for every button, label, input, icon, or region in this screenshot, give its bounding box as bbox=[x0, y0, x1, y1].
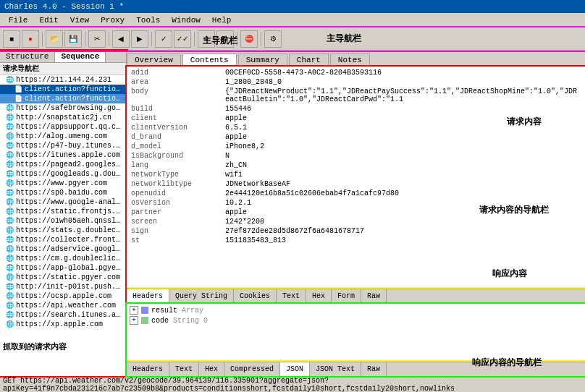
list-item[interactable]: 🌐https://sp0.baidu.com bbox=[0, 188, 126, 197]
resp-nav-annotation: 响应内容的导航栏 bbox=[472, 357, 542, 369]
menu-view[interactable]: View bbox=[64, 14, 95, 26]
list-item[interactable]: 🌐https://app-global.pgyer.com bbox=[0, 263, 126, 273]
toolbar-sep-5 bbox=[194, 32, 195, 46]
record-button[interactable]: ● bbox=[22, 30, 39, 48]
req-tab-headers[interactable]: Headers bbox=[127, 289, 169, 302]
toolbar-sep-7 bbox=[261, 32, 261, 46]
settings-button[interactable]: ⚙ bbox=[264, 30, 282, 48]
resp-tab-headers[interactable]: Headers bbox=[127, 362, 169, 376]
list-item[interactable]: 🌐http://init-p01st.push.apple.com bbox=[0, 282, 126, 291]
req-tab-text[interactable]: Text bbox=[277, 289, 306, 302]
menu-window[interactable]: Window bbox=[166, 14, 206, 26]
list-item[interactable]: 🌐https://stats.g.doubleclick.net bbox=[0, 226, 126, 235]
table-row: sign27ef872dee28d5d8672f6a6481678717 bbox=[128, 226, 584, 236]
tab-notes[interactable]: Notes bbox=[330, 54, 370, 66]
list-item[interactable]: 🌐https://www.google-analytics.com bbox=[0, 197, 126, 207]
list-item[interactable]: 🌐https://safebrowsing.googleapis.com bbox=[0, 103, 126, 113]
list-item[interactable]: 🌐http://snapstatic2j.cn bbox=[0, 113, 126, 122]
menu-proxy[interactable]: Proxy bbox=[95, 14, 130, 26]
list-item[interactable]: 📄client.action?functionId=switchQu bbox=[0, 85, 126, 94]
left-tab-label: 请求导航栏 bbox=[0, 63, 126, 75]
open-button[interactable]: 📂 bbox=[46, 30, 63, 48]
list-item[interactable]: 🌐https://api.weather.com bbox=[0, 301, 126, 310]
url-list[interactable]: 🌐https://211.144.24.231📄client.action?fu… bbox=[0, 75, 126, 376]
list-item[interactable]: 🌐http://alog.umeng.com bbox=[0, 132, 126, 141]
response-content: +resultArray+codeString 0 bbox=[127, 304, 585, 362]
left-tabs: Structure Sequence bbox=[0, 51, 126, 63]
response-key: result bbox=[151, 307, 177, 315]
list-item[interactable]: 🌐https://appsupport.qq.com bbox=[0, 122, 126, 132]
tab-sequence[interactable]: Sequence bbox=[55, 51, 106, 62]
right-top-tabs: Overview Contents Summary Chart Notes bbox=[127, 51, 585, 67]
list-item[interactable]: 🌐https://p47-buy.itunes.apple.com bbox=[0, 141, 126, 150]
stop-button[interactable]: ■ bbox=[3, 30, 20, 48]
expand-icon[interactable]: + bbox=[130, 316, 138, 325]
table-row: body{"JDReactNewProduct":"1.1","JDReactP… bbox=[128, 87, 584, 104]
resp-tab-json[interactable]: JSON bbox=[280, 362, 310, 376]
list-item[interactable]: 🌐https://ocsp.apple.com bbox=[0, 291, 126, 301]
resp-tab-hex[interactable]: Hex bbox=[199, 362, 224, 376]
table-row: isBackgroundN bbox=[128, 151, 584, 161]
resp-tab-json-text[interactable]: JSON Text bbox=[310, 362, 361, 376]
list-item[interactable]: 🌐https://211.144.24.231 bbox=[0, 75, 126, 85]
req-nav-annotation: 请求内容的导航栏 bbox=[479, 204, 549, 216]
status-bar: GET https://api.weather.com/v2/geocode/3… bbox=[0, 376, 585, 392]
list-item[interactable]: 🌐https://www.pgyer.com bbox=[0, 179, 126, 188]
list-item[interactable]: 🌐https://search.itunes.apple.com bbox=[0, 310, 126, 320]
list-item[interactable]: 🌐https://static.pgyer.com bbox=[0, 273, 126, 282]
clear-button[interactable]: ✂ bbox=[88, 30, 106, 48]
menu-file[interactable]: File bbox=[3, 14, 33, 26]
list-item[interactable]: 🌐https://o1wh05aeh.qnssl.com bbox=[0, 216, 126, 226]
list-item[interactable]: 🌐https://static.frontjs.com bbox=[0, 207, 126, 216]
back-button[interactable]: ◀ bbox=[112, 30, 130, 48]
resp-tab-compressed[interactable]: Compressed bbox=[224, 362, 280, 376]
tab-contents[interactable]: Contents bbox=[182, 54, 237, 66]
tab-overview[interactable]: Overview bbox=[127, 54, 181, 66]
forward-button[interactable]: ▶ bbox=[131, 30, 148, 48]
req-tab-query[interactable]: Query String bbox=[169, 289, 234, 302]
response-row: +codeString 0 bbox=[130, 315, 582, 325]
table-row: langzh_CN bbox=[128, 161, 584, 170]
tab-summary[interactable]: Summary bbox=[238, 54, 287, 66]
request-content-table: adid00CEF0CD-5558-4473-A0C2-8204B3593116… bbox=[127, 67, 585, 289]
tick-button[interactable]: ✓ bbox=[155, 30, 172, 48]
tick-all-button[interactable]: ✓✓ bbox=[174, 30, 191, 48]
tab-chart[interactable]: Chart bbox=[289, 54, 329, 66]
list-item[interactable]: 🌐https://itunes.apple.com bbox=[0, 150, 126, 160]
table-row: area1_2800_2848_0 bbox=[128, 77, 584, 87]
req-tab-raw[interactable]: Raw bbox=[361, 289, 387, 302]
response-key: code bbox=[151, 317, 169, 325]
list-item[interactable]: 🌐https://pagead2.googlesyndication.c bbox=[0, 160, 126, 169]
list-item[interactable]: 🌐https://cm.g.doubleclick.net bbox=[0, 254, 126, 263]
table-row: networklibtypeJDNetworkBaseAF bbox=[128, 179, 584, 189]
list-item[interactable]: 🌐https://collecter.frontjs.com bbox=[0, 235, 126, 244]
menu-tools[interactable]: Tools bbox=[130, 14, 166, 26]
toolbar-sep-4 bbox=[151, 32, 152, 46]
tab-structure[interactable]: Structure bbox=[0, 51, 55, 62]
list-item[interactable]: 🌐https://adservice.google.com.hk bbox=[0, 244, 126, 254]
menu-edit[interactable]: Edit bbox=[33, 14, 64, 26]
table-row: screen1242*2208 bbox=[128, 217, 584, 226]
response-row: +resultArray bbox=[130, 305, 582, 315]
req-tab-cookies[interactable]: Cookies bbox=[234, 289, 277, 302]
expand-icon[interactable]: + bbox=[130, 306, 138, 315]
breakpoint-button[interactable]: ⛔ bbox=[240, 30, 258, 48]
title-bar: Charles 4.0 - Session 1 * bbox=[0, 0, 585, 13]
list-item[interactable]: 📄client.action?functionId=getReact bbox=[0, 94, 126, 103]
toolbar-sep-2 bbox=[85, 32, 85, 46]
req-tab-form[interactable]: Form bbox=[332, 289, 361, 302]
resp-tab-raw[interactable]: Raw bbox=[361, 362, 387, 376]
table-row: adid00CEF0CD-5558-4473-A0C2-8204B3593116 bbox=[128, 68, 584, 77]
req-tab-hex[interactable]: Hex bbox=[306, 289, 332, 302]
save-button[interactable]: 💾 bbox=[64, 30, 82, 48]
list-item[interactable]: 🌐https://xp.apple.com bbox=[0, 320, 126, 329]
resp-tab-text[interactable]: Text bbox=[169, 362, 199, 376]
main-nav-annotation: 主导航栏 bbox=[203, 35, 237, 47]
left-panel: Structure Sequence 请求导航栏 🌐https://211.14… bbox=[0, 51, 127, 376]
table-row: build155446 bbox=[128, 104, 584, 114]
toolbar-sep-1 bbox=[42, 32, 43, 46]
resp-content-annotation: 响应内容 bbox=[492, 268, 527, 280]
menu-help[interactable]: Help bbox=[206, 14, 237, 26]
table-row: st1511835483_813 bbox=[128, 236, 584, 245]
list-item[interactable]: 🌐https://googleads.g.doubleclick.net bbox=[0, 169, 126, 179]
